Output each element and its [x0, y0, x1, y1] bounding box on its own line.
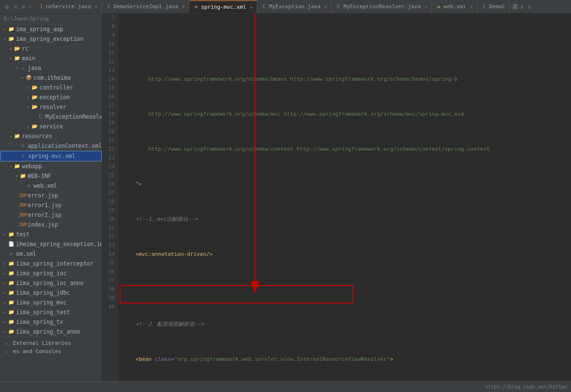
sidebar-item-service[interactable]: ▸ 📂 service — [0, 122, 102, 131]
sidebar-item-pomxml[interactable]: ⚙ om.xml — [0, 249, 102, 259]
tab-myex[interactable]: C MyException.java ✕ — [257, 0, 332, 13]
tree-label31: iima_spring_tx — [16, 318, 63, 326]
sidebar: D:\Java\Spring ▸ 📁 ima_spring_aop ▾ 📁 im… — [0, 14, 102, 381]
sidebar-item-error2jsp[interactable]: JSP error2.jsp — [0, 210, 102, 220]
sidebar-item-webxml[interactable]: ⚙ web.xml — [0, 181, 102, 191]
tree-label24: om.xml — [16, 249, 36, 258]
sidebar-item-tx[interactable]: ▸ 📁 iima_spring_tx — [0, 317, 102, 327]
tab-close-icon4[interactable]: ✕ — [324, 4, 327, 9]
minimize-icon[interactable]: — — [27, 3, 34, 10]
sidebar-item-myexresolver[interactable]: C MyExceptionResolv — [0, 112, 102, 122]
arrow-icon9: ▾ — [25, 104, 31, 110]
sidebar-item-rc[interactable]: ▸ 📂 rc — [0, 44, 102, 53]
arrow-icon17 — [19, 183, 25, 189]
ln31: 31 — [106, 224, 115, 232]
folder-icon19: 📁 — [8, 309, 15, 316]
sidebar-item-indexjsp[interactable]: JSP index.jsp — [0, 220, 102, 230]
arrow-icon24 — [2, 251, 8, 257]
tree-label18: error.jsp — [28, 191, 58, 200]
tab-myexres[interactable]: C MyExceptionResolver.java ✕ — [332, 0, 432, 13]
arrow-icon26: ▸ — [2, 270, 8, 276]
sidebar-item-tx-anno[interactable]: ▸ 📁 iima_spring_tx_anno — [0, 327, 102, 337]
sidebar-item-appcontext[interactable]: ⚙ applicationContext.xml — [0, 141, 102, 151]
folder-icon21: 📁 — [8, 328, 15, 335]
navigate-icon2[interactable]: ≡ — [19, 3, 27, 10]
ln24: 24 — [106, 162, 115, 171]
sidebar-item-com-itheima[interactable]: ▾ 📦 com.itheima — [0, 73, 102, 83]
tab-expand-icon[interactable]: ∧ — [518, 3, 526, 10]
sidebar-item-main[interactable]: ▾ 📁 main — [0, 53, 102, 63]
ln26: 26 — [106, 180, 115, 189]
sidebar-item-java[interactable]: ▾ ☕ java — [0, 63, 102, 73]
sidebar-item-errorjsp[interactable]: JSP error.jsp — [0, 191, 102, 200]
sidebar-item-webapp[interactable]: ▾ 📁 webapp — [0, 161, 102, 171]
tree-label10: MyExceptionResolv — [45, 112, 102, 121]
tab-democ[interactable]: C DemoC — [478, 0, 510, 13]
arrow-icon8: ▸ — [25, 94, 31, 100]
code-line-14: <!--2、配置视图解析器--> — [123, 320, 567, 329]
xml-file-icon2: ⚙ — [436, 4, 442, 10]
arrow-icon22: ▸ — [2, 232, 8, 237]
sidebar-item-resources[interactable]: ▾ 📁 resources — [0, 131, 102, 141]
tree-label7: controller — [39, 83, 73, 92]
sidebar-item-exception[interactable]: ▸ 📂 exception — [0, 92, 102, 102]
sidebar-item-test[interactable]: ▸ 📁 test — [0, 230, 102, 239]
sidebar-item-resolver[interactable]: ▾ 📂 resolver — [0, 102, 102, 112]
ext-libraries-item[interactable]: ▸ External Libraries — [0, 339, 102, 347]
code-line-11: <!--1、mvc注解驱动--> — [123, 215, 567, 224]
tab-close-icon5[interactable]: ✕ — [425, 4, 428, 9]
code-container[interactable]: 7 8 9 10 11 12 13 14 15 16 17 18 19 20 2… — [102, 14, 571, 381]
arrow-icon7: ▸ — [25, 85, 31, 90]
tree-label13: applicationContext.xml — [28, 142, 102, 150]
sidebar-item-spring-aop[interactable]: ▸ 📁 ima_spring_aop — [0, 24, 102, 34]
tab-close-icon6[interactable]: ✕ — [470, 4, 473, 9]
ln34: 34 — [106, 250, 115, 259]
code-line-10: "> — [123, 180, 567, 189]
arrow-icon28: ▸ — [2, 290, 8, 296]
tab-close-icon3[interactable]: ✕ — [250, 4, 253, 10]
tab-label6: web.xml — [444, 3, 466, 10]
arrow-icon3: ▸ — [8, 46, 14, 52]
tree-label12: resources — [22, 132, 52, 141]
code-line-13 — [123, 285, 567, 294]
tab-demosvc[interactable]: C DemoServiceImpl.java ✕ — [102, 0, 189, 13]
tree-label3: rc — [22, 44, 29, 53]
arrow-icon27: ▸ — [2, 280, 8, 286]
sidebar-item-webinf[interactable]: ▾ 📁 WEB-INF — [0, 171, 102, 181]
tab-label4: MyException.java — [269, 3, 321, 10]
tab-collapse-icon[interactable]: ∨ — [526, 3, 533, 10]
sidebar-item-iml[interactable]: 📄 iheima_spring_exception.iml — [0, 239, 102, 249]
sidebar-item-jdbc[interactable]: ▸ 📁 iima_spring_jdbc — [0, 288, 102, 298]
tab-springmvc[interactable]: ⚙ spring-mvc.xml ✕ — [189, 0, 257, 13]
ln36: 36 — [106, 267, 115, 276]
navigate-back-icon[interactable]: ⊕ — [2, 3, 12, 11]
tab-close-icon[interactable]: ✕ — [95, 4, 98, 9]
sidebar-item-controller[interactable]: ▸ 📂 controller — [0, 83, 102, 92]
arrow-icon4: ▾ — [8, 55, 14, 61]
sidebar-item-interceptor[interactable]: ▸ 📁 iima_spring_interceptor — [0, 259, 102, 268]
tab-overflow-badge[interactable]: 2 — [512, 4, 518, 9]
folder-icon20: 📁 — [8, 319, 15, 325]
sidebar-item-mvc[interactable]: ▸ 📁 iima_spring_mvc — [0, 298, 102, 307]
line-numbers: 7 8 9 10 11 12 13 14 15 16 17 18 19 20 2… — [102, 14, 119, 381]
scratches-item[interactable]: ▸ es and Consoles — [0, 347, 102, 356]
sidebar-item-spring-exception[interactable]: ▾ 📁 ima_spring_exception — [0, 34, 102, 44]
sidebar-item-error1jsp[interactable]: JSP error1.jsp — [0, 200, 102, 210]
tab-close-icon2[interactable]: ✕ — [182, 4, 185, 9]
tab-webxml[interactable]: ⚙ web.xml ✕ — [432, 0, 477, 13]
sidebar-item-springmvc-xml[interactable]: ⚙ spring-mvc.xml — [0, 151, 102, 161]
sidebar-item-test2[interactable]: ▸ 📁 iima_spring_test — [0, 307, 102, 317]
sidebar-item-ioc-anno[interactable]: ▸ 📁 iima_spring_ioc_anno — [0, 278, 102, 288]
arrow-icon32: ▸ — [2, 329, 8, 335]
navigate-icon[interactable]: ≡ — [12, 3, 19, 10]
tree-label4: main — [22, 54, 36, 63]
ln17: 17 — [106, 101, 115, 110]
ln40: 40 — [106, 303, 115, 311]
tab-nosvc[interactable]: J noService.java ✕ — [34, 0, 102, 13]
tree-label29: iima_spring_mvc — [16, 298, 67, 307]
ln15: 15 — [106, 84, 115, 92]
sidebar-item-ioc[interactable]: ▸ 📁 iima_spring_ioc — [0, 268, 102, 278]
folder-icon13: 📁 — [8, 231, 15, 238]
code-content[interactable]: http://www.springframework.org/schema/be… — [119, 14, 571, 381]
tab-label2: DemoServiceImpl.java — [114, 3, 178, 10]
